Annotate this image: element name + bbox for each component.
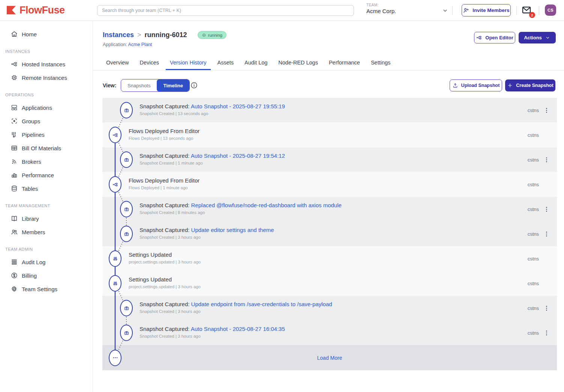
invite-members-button[interactable]: Invite Members <box>462 4 511 16</box>
sidebar-item-groups[interactable]: Groups <box>0 114 93 128</box>
camera-icon <box>120 151 133 168</box>
row-menu-button[interactable] <box>541 204 552 214</box>
sidebar-item-billing[interactable]: Billing <box>0 269 93 282</box>
flows-deployed-icon <box>109 176 122 193</box>
snapshot-link[interactable]: Replaced @flowfuse/node-red-dashboard wi… <box>191 202 342 208</box>
performance-icon <box>10 171 18 179</box>
tab-overview[interactable]: Overview <box>102 55 133 70</box>
snapshot-link[interactable]: Auto Snapshot - 2025-08-27 19:55:19 <box>191 103 285 109</box>
chevron-down-icon[interactable] <box>442 7 448 14</box>
avatar[interactable]: CS <box>545 4 556 16</box>
toolbar: View: SnapshotsTimeline Upload Snapshot … <box>93 78 564 94</box>
event-meta: Flows Deployed | 13 seconds ago <box>129 136 200 141</box>
sidebar-item-label: Hosted Instances <box>22 61 65 67</box>
snapshot-link[interactable]: Auto Snapshot - 2025-08-27 16:04:35 <box>191 326 285 332</box>
timeline-row: Snapshot Captured: Auto Snapshot - 2025-… <box>102 147 557 172</box>
sidebar-item-label: Team Settings <box>22 286 57 292</box>
pipelines-icon <box>10 131 18 138</box>
open-editor-button[interactable]: Open Editor <box>474 32 515 43</box>
event-title: Snapshot Captured: Update editor setting… <box>140 227 274 233</box>
actions-button[interactable]: Actions <box>519 32 556 43</box>
kebab-icon <box>543 107 550 114</box>
sidebar-item-label: Members <box>22 229 45 235</box>
tab-node-red-logs[interactable]: Node-RED Logs <box>274 55 322 70</box>
search-input[interactable] <box>97 5 354 16</box>
info-icon[interactable] <box>190 81 198 89</box>
timeline: Snapshot Captured: Auto Snapshot - 2025-… <box>102 98 557 370</box>
sidebar-item-hosted-instances[interactable]: Hosted Instances <box>0 57 93 71</box>
logo-text: FlowFuse <box>20 4 65 16</box>
event-details: Flows Deployed From EditorFlows Deployed… <box>129 128 200 141</box>
status-dot-icon <box>202 33 206 37</box>
application-line: Application: Acme Plant <box>103 42 152 47</box>
user-label: cstns <box>528 305 539 311</box>
sidebar-item-label: Billing <box>22 272 37 279</box>
upload-snapshot-button[interactable]: Upload Snapshot <box>450 79 502 91</box>
sidebar-item-bill-of-materials[interactable]: Bill Of Materials <box>0 141 93 155</box>
sidebar-item-label: Audit Log <box>22 259 45 265</box>
sidebar-item-applications[interactable]: Applications <box>0 101 93 114</box>
snapshot-link[interactable]: Auto Snapshot - 2025-08-27 19:54:12 <box>191 153 285 159</box>
tab-assets[interactable]: Assets <box>213 55 238 70</box>
tab-version-history[interactable]: Version History <box>166 55 211 70</box>
tab-performance[interactable]: Performance <box>325 55 364 70</box>
sidebar-item-pipelines[interactable]: Pipelines <box>0 128 93 141</box>
application-link[interactable]: Acme Plant <box>128 42 152 47</box>
sidebar-item-library[interactable]: Library <box>0 212 93 225</box>
team-selector[interactable]: TEAM: Acme Corp. <box>366 3 396 14</box>
invite-members-label: Invite Members <box>472 7 509 13</box>
flowfuse-logo[interactable]: FlowFuse <box>5 4 65 16</box>
event-title: Snapshot Captured: Auto Snapshot - 2025-… <box>140 153 285 159</box>
event-title: Snapshot Captured: Update endpoint from … <box>140 301 332 307</box>
divider <box>516 6 517 15</box>
row-menu-button[interactable] <box>541 328 552 338</box>
event-meta: Snapshot Created | 3 hours ago <box>140 309 332 314</box>
sidebar-item-performance[interactable]: Performance <box>0 168 93 182</box>
row-menu-button[interactable] <box>541 229 552 239</box>
snapshot-link[interactable]: Update editor settings and theme <box>191 227 274 233</box>
flow-icon <box>476 34 482 41</box>
row-menu-button[interactable] <box>541 303 552 313</box>
view-toggle-snapshots[interactable]: Snapshots <box>121 79 157 91</box>
sidebar-item-audit-log[interactable]: Audit Log <box>0 255 93 269</box>
sidebar-item-brokers[interactable]: Brokers <box>0 155 93 168</box>
view-toggle-timeline[interactable]: Timeline <box>157 79 189 91</box>
timeline-row: Flows Deployed From EditorFlows Deployed… <box>102 123 557 147</box>
event-meta: Snapshot Created | 1 minute ago <box>140 161 285 165</box>
row-menu-button[interactable] <box>541 105 552 115</box>
bill-of-materials-icon <box>10 144 18 152</box>
tab-audit-log[interactable]: Audit Log <box>240 55 272 70</box>
view-label: View: <box>103 82 116 88</box>
brokers-icon <box>10 158 18 165</box>
breadcrumb-instances-link[interactable]: Instances <box>103 31 134 39</box>
tab-settings[interactable]: Settings <box>367 55 394 70</box>
team-label: TEAM: <box>366 3 396 7</box>
sidebar-item-members[interactable]: Members <box>0 225 93 239</box>
groups-icon <box>10 117 18 125</box>
event-title-prefix: Snapshot Captured: <box>140 202 191 208</box>
plus-icon <box>507 82 513 88</box>
timeline-row: Snapshot Captured: Auto Snapshot - 2025-… <box>102 98 557 123</box>
notifications-button[interactable]: 2 <box>521 5 532 16</box>
timeline-row: Snapshot Captured: Update editor setting… <box>102 221 557 246</box>
sidebar-item-tables[interactable]: Tables <box>0 182 93 195</box>
snapshot-link[interactable]: Update endpoint from /save-credentials t… <box>191 301 332 307</box>
event-details: Snapshot Captured: Auto Snapshot - 2025-… <box>140 103 285 116</box>
sidebar-item-team-settings[interactable]: Team Settings <box>0 282 93 296</box>
open-editor-label: Open Editor <box>485 35 513 40</box>
row-menu-button[interactable] <box>541 154 552 165</box>
team-settings-icon <box>10 285 18 293</box>
sidebar-item-home[interactable]: Home <box>0 27 93 41</box>
create-snapshot-button[interactable]: Create Snapshot <box>505 79 555 91</box>
status-badge: running <box>198 31 226 39</box>
members-icon <box>10 228 18 236</box>
load-more-link[interactable]: Load More <box>102 355 557 361</box>
sidebar: HomeINSTANCESHosted InstancesRemote Inst… <box>0 21 93 392</box>
sidebar-item-label: Tables <box>22 186 38 192</box>
sidebar-item-remote-instances[interactable]: Remote Instances <box>0 71 93 84</box>
user-label: cstns <box>528 206 539 212</box>
event-title: Flows Deployed From Editor <box>129 128 200 134</box>
sidebar-item-label: Performance <box>22 172 54 178</box>
sidebar-section-header: OPERATIONS <box>0 84 93 101</box>
tab-devices[interactable]: Devices <box>135 55 163 70</box>
